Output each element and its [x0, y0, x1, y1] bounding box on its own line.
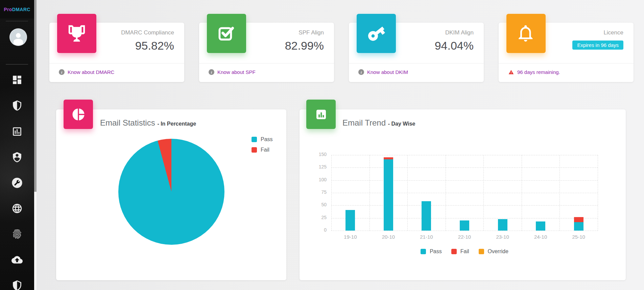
know-about-spf-link[interactable]: i Know about SPF [209, 69, 256, 75]
sidebar-item-domains[interactable] [0, 202, 34, 214]
card-footer-text: Know about SPF [217, 69, 256, 75]
gridline-horizontal [331, 155, 598, 155]
card-icon-tile [506, 14, 546, 53]
pie-chart-icon [71, 107, 86, 122]
sidebar-divider [6, 64, 28, 64]
gridline-horizontal [331, 193, 598, 193]
gridline-horizontal [331, 231, 598, 231]
card-footer-text: Know about DMARC [68, 69, 114, 75]
user-avatar[interactable] [9, 28, 27, 46]
bar-pass[interactable] [422, 201, 431, 231]
legend-label: Pass [261, 136, 273, 142]
card-divider [199, 63, 334, 63]
card-label: DKIM Align [435, 28, 474, 37]
bar-pass[interactable] [345, 210, 355, 231]
y-axis-tick: 0 [309, 227, 327, 233]
shield-user-icon [11, 152, 23, 163]
shield-icon [11, 100, 23, 111]
panel-icon-tile [306, 100, 336, 129]
check-square-icon [217, 24, 236, 43]
panel-icon-tile [64, 100, 93, 129]
x-axis-tick: 20-10 [369, 234, 407, 240]
spf-align-card: SPF Align 82.99% i Know about SPF [199, 23, 334, 82]
panel-title-row: Email Statistics - In Percentage [100, 118, 196, 128]
know-about-dmarc-link[interactable]: i Know about DMARC [59, 69, 114, 75]
bar-pass[interactable] [574, 222, 583, 231]
sidebar-item-reports[interactable] [0, 125, 34, 137]
legend-item[interactable]: Override [479, 248, 508, 255]
sidebar-item-dashboard[interactable] [0, 74, 34, 86]
bar-pass[interactable] [536, 221, 545, 231]
card-footer-text: Know about DKIM [367, 69, 408, 75]
card-label: SPF Align [285, 28, 324, 37]
sidebar-item-security[interactable] [0, 279, 34, 290]
gridline-vertical [483, 155, 484, 231]
card-value: 82.99% [285, 39, 324, 52]
dmarc-compliance-card: DMARC Compliance 95.82% i Know about DMA… [49, 23, 184, 82]
x-axis-tick: 21-10 [407, 234, 445, 240]
bar-chart-icon [314, 107, 328, 122]
sidebar-item-accounts[interactable] [0, 151, 34, 163]
legend-label: Override [488, 248, 508, 255]
trophy-icon [67, 24, 87, 43]
y-axis-tick: 100 [309, 177, 327, 182]
sidebar-item-forensics[interactable] [0, 228, 34, 240]
card-divider [349, 63, 484, 63]
info-icon: i [358, 69, 364, 75]
sidebar-item-upload[interactable] [0, 254, 34, 266]
dkim-align-card: DKIM Align 94.04% i Know about DKIM [349, 23, 484, 82]
key-icon [366, 24, 386, 43]
bar-pass[interactable] [460, 220, 469, 231]
y-axis-tick: 75 [309, 189, 327, 195]
info-icon: i [209, 69, 214, 75]
legend-item[interactable]: Pass [421, 248, 442, 255]
logo-text-pro: Pro [4, 7, 12, 12]
gridline-vertical [331, 155, 332, 231]
legend-item[interactable]: Fail [252, 147, 273, 153]
sidebar-item-tools[interactable] [0, 177, 34, 189]
sidebar-scrollbar[interactable] [34, 0, 37, 290]
y-axis-tick: 25 [309, 215, 327, 220]
card-divider [49, 63, 184, 63]
bar-plot: 025507510012515019-1020-1021-1022-1023-1… [331, 155, 598, 231]
y-axis-tick: 125 [309, 164, 327, 170]
bar-fail[interactable] [574, 217, 583, 222]
know-about-dkim-link[interactable]: i Know about DKIM [358, 69, 408, 75]
legend-swatch [252, 147, 257, 153]
gridline-vertical [559, 155, 560, 231]
y-axis-tick: 150 [309, 152, 327, 157]
cloud-upload-icon [11, 254, 23, 265]
info-icon: i [59, 69, 65, 75]
gridline-vertical [407, 155, 408, 231]
gridline-vertical [446, 155, 446, 231]
legend-swatch [421, 249, 426, 254]
panel-subtitle: - In Percentage [157, 121, 196, 127]
pie-legend: Pass Fail [252, 136, 273, 153]
wrench-circle-icon [11, 177, 23, 188]
gridline-horizontal [331, 180, 598, 181]
sidebar-item-protection[interactable] [0, 99, 34, 111]
pie-chart[interactable] [118, 139, 224, 245]
card-icon-tile [57, 14, 96, 53]
app-logo[interactable]: ProDMARC [0, 0, 34, 19]
legend-swatch [252, 137, 257, 142]
warning-triangle-icon [508, 70, 514, 75]
bar-pass[interactable] [384, 159, 393, 231]
legend-label: Pass [430, 248, 442, 255]
bar-legend: Pass Fail Override [331, 248, 598, 255]
card-label: DMARC Compliance [121, 28, 174, 37]
card-icon-tile [207, 14, 246, 53]
globe-icon [11, 203, 23, 214]
legend-item[interactable]: Fail [451, 248, 469, 255]
sidebar-divider [6, 21, 28, 21]
gridline-horizontal [331, 167, 598, 168]
bar-fail[interactable] [384, 157, 393, 159]
legend-item[interactable]: Pass [252, 136, 273, 142]
email-statistics-panel: Email Statistics - In Percentage Pass Fa… [56, 109, 286, 280]
shield-bottom-icon [11, 280, 23, 290]
bar-pass[interactable] [498, 219, 507, 231]
scrollbar-thumb[interactable] [34, 0, 37, 192]
panel-title-row: Email Trend - Day Wise [342, 118, 415, 128]
x-axis-tick: 23-10 [484, 234, 522, 240]
x-axis-tick: 25-10 [560, 234, 598, 240]
